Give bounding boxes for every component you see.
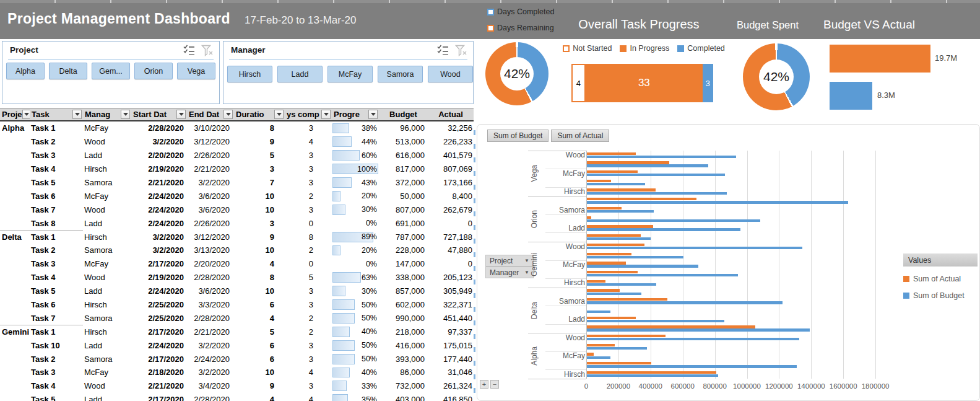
dropdown-arrow-icon: ▼ — [524, 258, 529, 263]
filter-dropdown-icon[interactable] — [176, 110, 186, 119]
cell-task: Task 7 — [30, 311, 83, 325]
table-edge-tick — [474, 307, 475, 312]
filter-dropdown-icon[interactable] — [223, 110, 233, 119]
project-axis-label-orion: Orion — [529, 196, 539, 242]
slicer-button-delta[interactable]: Delta — [49, 63, 87, 79]
bar-sum-of-budget-alpha-hirsch — [587, 374, 718, 377]
pivot-field-button-sum-of-actual[interactable]: Sum of Actual — [551, 130, 609, 142]
table-row: Task 6McFay2/24/20203/6/202010220%50,000… — [0, 189, 474, 203]
cell-end-date: 3/13/2020 — [187, 244, 234, 257]
manager-axis-label: McFay — [545, 260, 585, 269]
cell-duration: 6 — [234, 338, 285, 352]
cell-start-date: 2/17/2020 — [131, 393, 187, 401]
cell-duration: 4 — [234, 393, 285, 401]
slicer-button-ladd[interactable]: Ladd — [277, 66, 323, 82]
budget-bar-label: 19.7M — [935, 53, 957, 63]
manager-axis-label: McFay — [545, 169, 585, 178]
table-row: Task 7Samora2/25/20202/28/20204250%990,0… — [0, 311, 474, 325]
axis-field-button-project[interactable]: Project▼ — [485, 255, 534, 267]
multiselect-icon[interactable] — [183, 45, 195, 59]
progress-databar-wrap: 38% — [332, 121, 379, 135]
days-donut-legend: Days Completed Days Remaining — [487, 7, 554, 32]
slicer-button-samora[interactable]: Samora — [378, 66, 423, 82]
slicer-button-vega[interactable]: Vega — [177, 63, 215, 79]
table-edge-tick — [474, 239, 475, 244]
progress-databar-wrap: 50% — [332, 338, 379, 352]
progress-databar — [332, 340, 355, 351]
filter-dropdown-icon[interactable] — [22, 110, 30, 119]
collapse-button[interactable]: − — [490, 380, 499, 389]
pivot-field-button-sum-of-budget[interactable]: Sum of Budget — [487, 130, 549, 142]
cell-duration: 10 — [234, 284, 285, 298]
axis-field-label: Manager — [490, 268, 519, 277]
bar-sum-of-budget-delta-wood — [587, 293, 641, 295]
column-header-label: Start Dat — [133, 110, 167, 119]
segment-value: 3 — [706, 79, 710, 88]
legend-label: Not Started — [573, 44, 612, 53]
clear-filter-icon[interactable] — [201, 45, 214, 59]
cell-actual: 262,679 — [427, 203, 474, 216]
manager-axis-label: Samora — [545, 297, 585, 306]
cell-start-date: 2/24/2020 — [131, 216, 187, 230]
cell-days-completed: 4 — [285, 135, 332, 149]
bar-sum-of-actual-alpha-samora — [587, 344, 615, 346]
cell-manager: Samora — [83, 176, 131, 190]
clear-filter-icon[interactable] — [455, 45, 468, 59]
cell-budget: 218,000 — [379, 325, 427, 338]
cell-budget: 86,000 — [379, 366, 427, 379]
filter-dropdown-icon[interactable] — [72, 110, 82, 119]
project-slicer: Project AlphaDeltaGem...OrionVega — [2, 41, 220, 104]
table-row: Task 5Ladd2/17/20202/28/20204435%403,000… — [0, 393, 474, 401]
cell-actual: 451,440 — [427, 311, 474, 325]
table-row: Task 2Samora3/2/20203/13/202010220%228,0… — [0, 244, 474, 257]
cell-project: Alpha — [0, 121, 30, 135]
progress-databar-wrap: 50% — [332, 298, 379, 312]
progress-databar-wrap: 20% — [332, 244, 379, 257]
table-edge-tick — [474, 211, 475, 216]
cell-project — [0, 162, 30, 176]
filter-dropdown-icon[interactable] — [368, 110, 378, 119]
budget-spent-title: Budget Spent — [724, 19, 811, 31]
cell-end-date: 3/3/2020 — [187, 298, 234, 312]
legend-item-sum-of-budget: Sum of Budget — [903, 291, 978, 300]
bar-sum-of-budget-delta-mcfay — [587, 311, 610, 313]
slicer-button-hirsch[interactable]: Hirsch — [227, 66, 272, 82]
expand-button[interactable]: + — [480, 380, 488, 389]
bar-sum-of-actual-delta-hirsch — [587, 325, 755, 328]
cell-project — [0, 393, 30, 401]
cell-end-date: 2/21/2020 — [187, 162, 234, 176]
progress-databar-wrap: 0% — [332, 216, 379, 230]
progress-databar-wrap: 89% — [332, 230, 379, 244]
cell-actual: 205,123 — [427, 271, 474, 284]
slicer-button-wood[interactable]: Wood — [428, 66, 473, 82]
cell-progress: 43% — [332, 176, 379, 190]
slicer-button-mcfay[interactable]: McFay — [327, 66, 373, 82]
slicer-button-gem[interactable]: Gem... — [92, 63, 130, 79]
multiselect-icon[interactable] — [437, 45, 449, 59]
cell-manager: Hirsch — [83, 298, 131, 312]
bar-sum-of-budget-orion-mcfay — [587, 219, 760, 222]
cell-budget: 691,000 — [379, 216, 427, 230]
progress-value: 50% — [362, 298, 377, 312]
cell-days-completed: 0 — [285, 257, 332, 271]
table-edge-tick — [474, 280, 475, 284]
cell-actual: 97,337 — [427, 325, 474, 338]
filter-dropdown-icon[interactable] — [121, 110, 130, 119]
progress-databar-wrap: 30% — [332, 284, 379, 298]
axis-field-button-manager[interactable]: Manager▼ — [485, 267, 534, 278]
cell-start-date: 2/17/2020 — [131, 257, 187, 271]
filter-dropdown-icon[interactable] — [274, 110, 284, 119]
cell-duration: 10 — [234, 366, 285, 379]
cell-start-date: 2/24/2020 — [131, 284, 187, 298]
category-separator — [545, 351, 586, 352]
legend-label: Days Completed — [497, 7, 554, 16]
segment-not-started: 4 — [571, 64, 586, 102]
progress-databar-wrap: 40% — [332, 325, 379, 338]
cell-task: Task 5 — [30, 176, 83, 190]
slicer-button-orion[interactable]: Orion — [134, 63, 173, 79]
cell-duration: 6 — [234, 298, 285, 312]
cell-manager: Hirsch — [83, 162, 131, 176]
filter-dropdown-icon[interactable] — [321, 110, 331, 119]
progress-databar-wrap: 44% — [332, 135, 379, 149]
slicer-button-alpha[interactable]: Alpha — [6, 63, 45, 79]
